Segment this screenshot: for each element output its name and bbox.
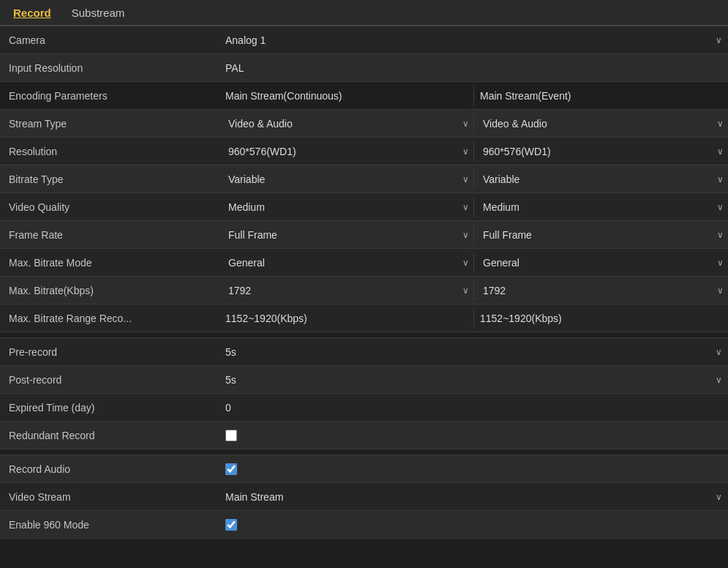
frame-rate-select-1[interactable]: Full Frame Half Frame 1fps 2fps <box>222 225 470 245</box>
input-resolution-value: PAL <box>219 58 728 78</box>
encoding-parameters-value: Main Stream(Continuous) Main Stream(Even… <box>219 86 728 106</box>
expired-time-input[interactable] <box>219 397 278 418</box>
max-bitrate-row: Max. Bitrate(Kbps) 512 768 1024 1280 153… <box>0 277 728 304</box>
redundant-record-row: Redundant Record <box>0 422 728 449</box>
video-quality-select-2[interactable]: Lowest Lower Low Medium Higher Highest <box>477 197 725 217</box>
redundant-record-label: Redundant Record <box>0 425 219 446</box>
video-quality-col1[interactable]: Lowest Lower Low Medium Higher Highest <box>219 197 474 217</box>
video-stream-label: Video Stream <box>0 487 219 507</box>
video-stream-row: Video Stream Main Stream Sub Stream <box>0 483 728 511</box>
tab-bar: Record Substream <box>0 0 728 26</box>
resolution-col1[interactable]: 960*576(WD1) 704*576(4CIF) 352*288(CIF) <box>219 141 474 162</box>
camera-label: Camera <box>0 30 219 51</box>
input-resolution-row: Input Resolution PAL <box>0 54 728 82</box>
stream-type-col1[interactable]: Video & Audio Video Audio <box>219 113 474 134</box>
max-bitrate-mode-col2[interactable]: General Custom <box>474 253 728 273</box>
max-bitrate-mode-row: Max. Bitrate Mode General Custom General… <box>0 249 728 277</box>
stream-type-col2[interactable]: Video & Audio Video Audio <box>474 113 728 134</box>
max-bitrate-col1[interactable]: 512 768 1024 1280 1536 1792 2048 3072 40… <box>219 280 474 301</box>
max-bitrate-mode-select-1[interactable]: General Custom <box>222 253 470 273</box>
encoding-parameters-label: Encoding Parameters <box>0 86 219 106</box>
stream-type-row: Stream Type Video & Audio Video Audio Vi… <box>0 110 728 138</box>
bitrate-type-select-1[interactable]: Variable Constant <box>222 169 470 190</box>
max-bitrate-value: 512 768 1024 1280 1536 1792 2048 3072 40… <box>219 280 728 301</box>
max-bitrate-col2[interactable]: 512 768 1024 1280 1536 1792 2048 3072 40… <box>474 280 728 301</box>
redundant-record-checkbox[interactable] <box>225 430 237 441</box>
max-bitrate-mode-value: General Custom General Custom <box>219 253 728 273</box>
redundant-record-value <box>219 425 728 446</box>
video-quality-col2[interactable]: Lowest Lower Low Medium Higher Highest <box>474 197 728 217</box>
bitrate-type-select-2[interactable]: Variable Constant <box>477 169 725 190</box>
input-resolution-text: PAL <box>219 58 249 78</box>
expired-time-value <box>219 397 728 418</box>
enable-960-checkbox[interactable] <box>225 519 237 531</box>
enable-960-checkbox-cell <box>219 515 243 535</box>
pre-record-select-wrapper[interactable]: No Pre-record 5s 10s 15s 20s 25s 30s <box>219 342 728 362</box>
camera-select-wrapper[interactable]: Analog 1 Analog 2 Analog 3 Analog 4 <box>219 30 728 51</box>
post-record-select-wrapper[interactable]: 5s 10s 15s 20s 25s 30s <box>219 370 728 390</box>
max-bitrate-mode-select-2[interactable]: General Custom <box>477 253 725 273</box>
encoding-parameters-row: Encoding Parameters Main Stream(Continuo… <box>0 82 728 110</box>
input-resolution-label: Input Resolution <box>0 58 219 78</box>
max-bitrate-mode-label: Max. Bitrate Mode <box>0 253 219 273</box>
bitrate-type-cols: Variable Constant Variable Constant <box>219 169 728 190</box>
pre-record-row: Pre-record No Pre-record 5s 10s 15s 20s … <box>0 338 728 366</box>
settings-content: Camera Analog 1 Analog 2 Analog 3 Analog… <box>0 26 728 539</box>
bitrate-type-col2[interactable]: Variable Constant <box>474 169 728 190</box>
tab-substream[interactable]: Substream <box>61 2 135 23</box>
pre-record-value: No Pre-record 5s 10s 15s 20s 25s 30s <box>219 342 728 362</box>
frame-rate-select-2[interactable]: Full Frame Half Frame 1fps 2fps <box>477 225 725 245</box>
resolution-cols: 960*576(WD1) 704*576(4CIF) 352*288(CIF) … <box>219 141 728 162</box>
video-quality-cols: Lowest Lower Low Medium Higher Highest L… <box>219 197 728 217</box>
max-bitrate-range-col2: 1152~1920(Kbps) <box>474 308 728 329</box>
frame-rate-row: Frame Rate Full Frame Half Frame 1fps 2f… <box>0 221 728 249</box>
video-quality-row: Video Quality Lowest Lower Low Medium Hi… <box>0 193 728 221</box>
max-bitrate-range-cols: 1152~1920(Kbps) 1152~1920(Kbps) <box>219 308 728 329</box>
stream-type-select-2[interactable]: Video & Audio Video Audio <box>477 113 725 134</box>
stream-type-select-1[interactable]: Video & Audio Video Audio <box>222 113 470 134</box>
enable-960-value <box>219 515 728 535</box>
bitrate-type-col1[interactable]: Variable Constant <box>219 169 474 190</box>
camera-select[interactable]: Analog 1 Analog 2 Analog 3 Analog 4 <box>219 30 728 51</box>
post-record-row: Post-record 5s 10s 15s 20s 25s 30s <box>0 366 728 394</box>
max-bitrate-label: Max. Bitrate(Kbps) <box>0 280 219 301</box>
max-bitrate-range-label: Max. Bitrate Range Reco... <box>0 308 219 329</box>
record-audio-label: Record Audio <box>0 459 219 479</box>
resolution-select-1[interactable]: 960*576(WD1) 704*576(4CIF) 352*288(CIF) <box>222 141 470 162</box>
encoding-col2: Main Stream(Event) <box>474 86 728 106</box>
video-stream-select-wrapper[interactable]: Main Stream Sub Stream <box>219 487 728 507</box>
max-bitrate-select-2[interactable]: 512 768 1024 1280 1536 1792 2048 3072 40… <box>477 280 725 301</box>
record-audio-value <box>219 459 728 479</box>
resolution-label: Resolution <box>0 141 219 162</box>
stream-type-value: Video & Audio Video Audio Video & Audio … <box>219 113 728 134</box>
post-record-label: Post-record <box>0 370 219 390</box>
resolution-col2[interactable]: 960*576(WD1) 704*576(4CIF) 352*288(CIF) <box>474 141 728 162</box>
camera-value: Analog 1 Analog 2 Analog 3 Analog 4 <box>219 30 728 51</box>
frame-rate-label: Frame Rate <box>0 225 219 245</box>
camera-row: Camera Analog 1 Analog 2 Analog 3 Analog… <box>0 26 728 54</box>
tab-record[interactable]: Record <box>3 2 61 23</box>
resolution-select-2[interactable]: 960*576(WD1) 704*576(4CIF) 352*288(CIF) <box>477 141 725 162</box>
encoding-parameters-cols: Main Stream(Continuous) Main Stream(Even… <box>219 86 728 106</box>
post-record-select[interactable]: 5s 10s 15s 20s 25s 30s <box>219 370 728 390</box>
video-quality-label: Video Quality <box>0 197 219 217</box>
post-record-value: 5s 10s 15s 20s 25s 30s <box>219 370 728 390</box>
divider-1 <box>0 332 728 338</box>
frame-rate-cols: Full Frame Half Frame 1fps 2fps Full Fra… <box>219 225 728 245</box>
frame-rate-col2[interactable]: Full Frame Half Frame 1fps 2fps <box>474 225 728 245</box>
encoding-col1: Main Stream(Continuous) <box>219 86 474 106</box>
redundant-record-checkbox-cell <box>219 425 243 446</box>
max-bitrate-mode-col1[interactable]: General Custom <box>219 253 474 273</box>
stream-type-cols: Video & Audio Video Audio Video & Audio … <box>219 113 728 134</box>
frame-rate-col1[interactable]: Full Frame Half Frame 1fps 2fps <box>219 225 474 245</box>
resolution-row: Resolution 960*576(WD1) 704*576(4CIF) 35… <box>0 138 728 165</box>
pre-record-select[interactable]: No Pre-record 5s 10s 15s 20s 25s 30s <box>219 342 728 362</box>
max-bitrate-select-1[interactable]: 512 768 1024 1280 1536 1792 2048 3072 40… <box>222 280 470 301</box>
video-stream-select[interactable]: Main Stream Sub Stream <box>219 487 728 507</box>
divider-2 <box>0 449 728 455</box>
max-bitrate-range-row: Max. Bitrate Range Reco... 1152~1920(Kbp… <box>0 304 728 332</box>
record-audio-checkbox[interactable] <box>225 463 237 475</box>
expired-time-label: Expired Time (day) <box>0 397 219 418</box>
video-quality-select-1[interactable]: Lowest Lower Low Medium Higher Highest <box>222 197 470 217</box>
video-stream-value: Main Stream Sub Stream <box>219 487 728 507</box>
